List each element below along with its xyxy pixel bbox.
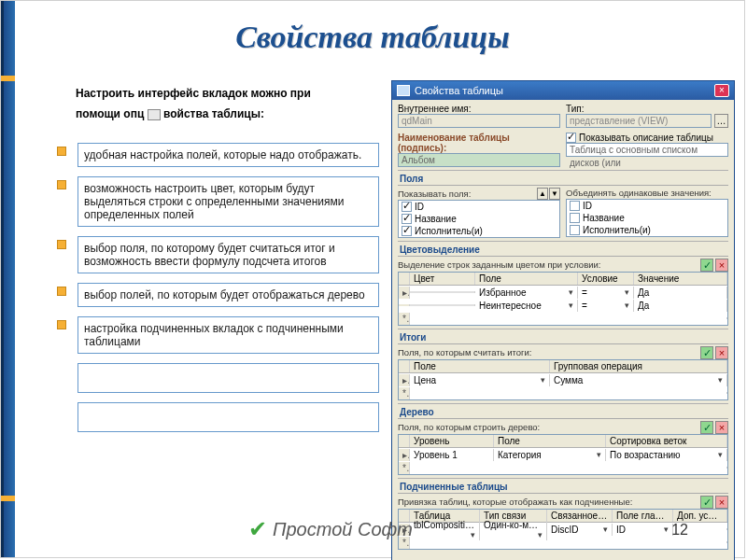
cell[interactable]: Сумма <box>550 374 727 386</box>
reorder-buttons[interactable]: ▲▼ <box>537 188 560 200</box>
delete-row-button[interactable]: × <box>715 421 728 434</box>
table-properties-dialog: Свойства таблицы × Внутреннее имя: qdMai… <box>391 80 735 560</box>
color-grid[interactable]: Цвет Поле Условие Значение ▸Избранное=Да… <box>398 272 728 326</box>
caption-field[interactable]: Альбом <box>398 153 560 167</box>
show-fields-list[interactable]: ID Название Исполнитель(и) <box>398 200 560 238</box>
col-header: Поле <box>475 273 578 285</box>
col-header: Групповая операция <box>550 360 727 372</box>
show-description-label: Показывать описание таблицы <box>579 133 713 143</box>
tree-grid[interactable]: УровеньПолеСортировка веток ▸Уровень 1Ка… <box>398 434 728 475</box>
col-header: Условие <box>578 273 634 285</box>
checkbox-icon <box>570 213 580 223</box>
caption-label: Наименование таблицы (подпись): <box>398 133 560 153</box>
delete-row-button[interactable]: × <box>715 259 728 272</box>
cell[interactable]: Избранное <box>475 287 578 299</box>
footer-text: Простой Софт <box>273 519 413 540</box>
cell[interactable]: Уровень 1 <box>410 449 494 461</box>
section-tree-title: Дерево <box>398 406 728 419</box>
col-header: Сортировка веток <box>606 435 727 447</box>
col-header: Доп. условия <box>673 510 727 522</box>
list-item-label: Исполнитель(и) <box>583 225 651 235</box>
section-child-title: Подчиненные таблицы <box>398 481 728 494</box>
checkbox-icon <box>566 133 576 143</box>
section-color-title: Цветовыделение <box>398 244 728 257</box>
merge-label: Объединять одинаковые значения: <box>566 188 728 198</box>
delete-row-button[interactable]: × <box>715 346 728 359</box>
checkbox-icon <box>402 226 412 236</box>
checkbox-icon <box>402 214 412 224</box>
internal-name-field: qdMain <box>398 114 560 128</box>
cell[interactable]: tblComposition <box>410 519 480 540</box>
cell[interactable]: По возрастанию <box>606 449 727 461</box>
cell[interactable]: = <box>578 287 634 299</box>
window-icon <box>397 85 410 96</box>
totals-grid[interactable]: ПолеГрупповая операция ▸ЦенаСумма * <box>398 359 728 400</box>
type-field: представление (VIEW) <box>566 114 712 128</box>
cell[interactable]: DiscID <box>547 524 613 536</box>
list-item-label: Название <box>583 213 625 223</box>
col-header: Уровень <box>410 435 494 447</box>
totals-desc: Поля, по которым считать итоги: <box>398 347 532 357</box>
checkbox-icon <box>570 225 580 235</box>
col-header: Значение <box>634 273 727 285</box>
section-totals-title: Итоги <box>398 331 728 344</box>
color-desc: Выделение строк заданным цветом при усло… <box>398 259 600 270</box>
show-description-checkbox[interactable]: Показывать описание таблицы <box>566 133 728 143</box>
cell[interactable]: Неинтересное <box>475 300 578 312</box>
list-item-label: Исполнитель(и) <box>415 226 483 236</box>
cell[interactable]: Цена <box>410 374 550 386</box>
check-icon: ✔ <box>248 516 267 542</box>
col-header: Поле <box>410 360 550 372</box>
list-item-label: ID <box>415 202 424 212</box>
list-item-label: ID <box>583 201 592 211</box>
show-fields-label: Показывать поля: <box>398 189 471 199</box>
add-row-button[interactable]: ✓ <box>700 421 713 434</box>
description-field[interactable]: Таблица с основным списком дисков (или <box>566 143 728 157</box>
type-label: Тип: <box>566 104 728 114</box>
col-header: Поле <box>494 435 606 447</box>
cell[interactable]: = <box>578 300 634 312</box>
child-desc: Привязка таблиц, которые отображать как … <box>398 497 632 507</box>
dialog-titlebar[interactable]: Свойства таблицы × <box>392 81 734 100</box>
section-fields-title: Поля <box>398 173 728 186</box>
page-number: 12 <box>671 522 688 539</box>
list-item-label: Название <box>415 214 457 224</box>
cell[interactable]: ID <box>613 524 673 536</box>
checkbox-icon <box>402 202 412 212</box>
close-icon[interactable]: × <box>714 84 729 97</box>
type-picker-button[interactable]: … <box>714 114 728 128</box>
cell[interactable]: Да <box>634 300 727 312</box>
footer-logo: ✔ Простой Софт <box>248 516 413 542</box>
col-header: Цвет <box>410 273 475 285</box>
add-row-button[interactable]: ✓ <box>700 496 713 509</box>
internal-name-label: Внутреннее имя: <box>398 104 560 114</box>
merge-fields-list[interactable]: ID Название Исполнитель(и) <box>566 199 728 237</box>
tree-desc: Поля, по которым строить дерево: <box>398 422 540 432</box>
add-row-button[interactable]: ✓ <box>700 346 713 359</box>
cell[interactable]: Категория <box>494 449 606 461</box>
checkbox-icon <box>570 201 580 211</box>
delete-row-button[interactable]: × <box>715 496 728 509</box>
cell[interactable]: Да <box>634 287 727 299</box>
add-row-button[interactable]: ✓ <box>700 259 713 272</box>
col-header: Связанное поле <box>547 510 613 522</box>
dialog-title: Свойства таблицы <box>415 85 503 96</box>
col-header: Поле главной.. <box>613 510 673 522</box>
cell[interactable]: Один-ко-многим <box>480 519 547 540</box>
